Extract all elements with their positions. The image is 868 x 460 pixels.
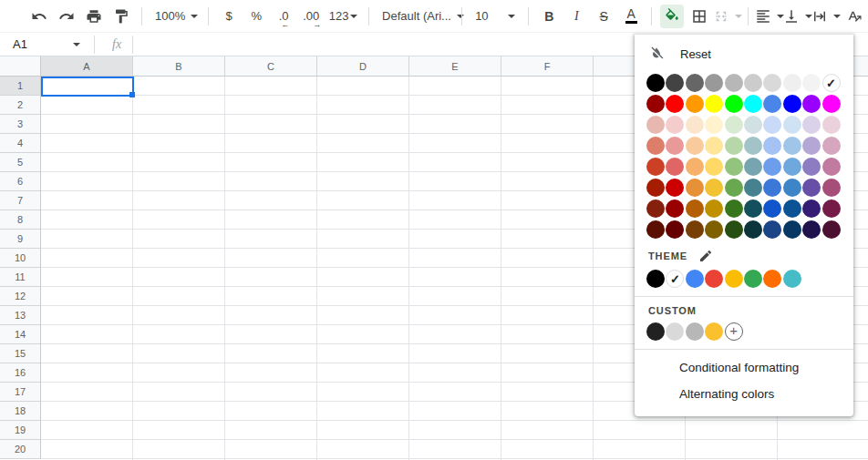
color-swatch[interactable] bbox=[686, 95, 704, 113]
color-swatch[interactable] bbox=[646, 95, 665, 113]
color-swatch[interactable] bbox=[822, 95, 841, 113]
color-swatch[interactable] bbox=[763, 74, 781, 92]
color-swatch[interactable] bbox=[666, 158, 684, 176]
color-swatch[interactable]: ✓ bbox=[822, 74, 841, 92]
color-swatch[interactable] bbox=[666, 322, 684, 341]
color-swatch[interactable] bbox=[763, 137, 781, 155]
color-swatch[interactable] bbox=[744, 137, 762, 155]
font-size-dropdown[interactable]: 10 bbox=[470, 5, 520, 28]
color-swatch[interactable] bbox=[705, 322, 723, 341]
print-button[interactable] bbox=[82, 5, 106, 28]
color-swatch[interactable] bbox=[763, 179, 781, 197]
color-swatch[interactable] bbox=[646, 220, 665, 239]
row-header-9[interactable]: 9 bbox=[0, 230, 41, 249]
color-swatch[interactable] bbox=[744, 74, 762, 92]
row-header-4[interactable]: 4 bbox=[0, 134, 41, 153]
row-header-3[interactable]: 3 bbox=[0, 115, 41, 134]
borders-button[interactable] bbox=[687, 5, 711, 28]
color-swatch[interactable] bbox=[822, 199, 841, 218]
color-swatch[interactable] bbox=[763, 220, 781, 239]
color-swatch[interactable] bbox=[725, 74, 743, 92]
color-swatch[interactable] bbox=[822, 116, 841, 134]
zoom-dropdown[interactable]: 100% bbox=[150, 5, 200, 28]
color-swatch[interactable] bbox=[783, 116, 801, 134]
row-header-15[interactable]: 15 bbox=[0, 344, 41, 363]
color-swatch[interactable] bbox=[705, 179, 723, 197]
row-header-1[interactable]: 1 bbox=[0, 77, 41, 96]
fill-color-button[interactable] bbox=[660, 5, 684, 28]
color-swatch[interactable] bbox=[646, 179, 665, 197]
color-swatch[interactable] bbox=[646, 74, 665, 92]
column-header-E[interactable]: E bbox=[409, 56, 501, 77]
column-header-F[interactable]: F bbox=[501, 56, 594, 77]
color-swatch[interactable] bbox=[705, 270, 723, 288]
bold-button[interactable]: B bbox=[537, 5, 561, 28]
decrease-decimal-button[interactable]: .0 ← bbox=[272, 5, 295, 28]
row-header-8[interactable]: 8 bbox=[0, 210, 41, 230]
color-swatch[interactable] bbox=[802, 137, 821, 155]
color-swatch[interactable] bbox=[802, 74, 821, 92]
row-header-5[interactable]: 5 bbox=[0, 153, 41, 172]
color-swatch[interactable] bbox=[802, 95, 821, 113]
strikethrough-button[interactable]: S bbox=[592, 5, 615, 28]
format-currency-button[interactable]: $ bbox=[217, 5, 241, 28]
reset-fill-option[interactable]: Reset bbox=[635, 40, 853, 67]
color-swatch[interactable] bbox=[705, 95, 723, 113]
redo-button[interactable] bbox=[55, 5, 78, 28]
color-swatch[interactable] bbox=[666, 95, 684, 113]
color-swatch[interactable] bbox=[646, 270, 665, 288]
color-swatch[interactable] bbox=[744, 199, 762, 218]
color-swatch[interactable] bbox=[666, 74, 684, 92]
color-swatch[interactable] bbox=[802, 116, 821, 134]
column-header-A[interactable]: A bbox=[41, 56, 133, 77]
color-swatch[interactable] bbox=[646, 158, 665, 176]
color-swatch[interactable] bbox=[666, 116, 684, 134]
font-dropdown[interactable]: Default (Ari... bbox=[377, 5, 453, 28]
color-swatch[interactable] bbox=[666, 179, 684, 197]
color-swatch[interactable] bbox=[686, 116, 704, 134]
edit-pencil-icon[interactable] bbox=[698, 249, 713, 263]
color-swatch[interactable] bbox=[725, 95, 743, 113]
column-header-B[interactable]: B bbox=[133, 56, 225, 77]
color-swatch[interactable] bbox=[744, 95, 762, 113]
color-swatch[interactable] bbox=[666, 137, 684, 155]
color-swatch[interactable] bbox=[686, 322, 704, 341]
color-swatch[interactable] bbox=[686, 199, 704, 218]
color-swatch[interactable] bbox=[686, 137, 704, 155]
menu-item-alternating-colors[interactable]: Alternating colors bbox=[635, 381, 853, 407]
color-swatch[interactable] bbox=[705, 74, 723, 92]
text-wrap-dropdown[interactable] bbox=[814, 5, 839, 28]
color-swatch[interactable] bbox=[802, 220, 821, 239]
color-swatch[interactable] bbox=[686, 158, 704, 176]
select-all-corner[interactable] bbox=[0, 56, 41, 77]
color-swatch[interactable] bbox=[744, 179, 762, 197]
row-header-13[interactable]: 13 bbox=[0, 306, 41, 325]
column-header-D[interactable]: D bbox=[317, 56, 409, 77]
text-rotation-button[interactable] bbox=[842, 5, 866, 28]
row-header-12[interactable]: 12 bbox=[0, 287, 41, 306]
row-header-14[interactable]: 14 bbox=[0, 325, 41, 344]
color-swatch[interactable] bbox=[744, 270, 762, 288]
vertical-align-dropdown[interactable] bbox=[786, 5, 811, 28]
color-swatch[interactable] bbox=[763, 95, 781, 113]
color-swatch[interactable] bbox=[783, 199, 801, 218]
row-header-2[interactable]: 2 bbox=[0, 96, 41, 115]
more-formats-dropdown[interactable]: 123 bbox=[326, 5, 360, 28]
undo-button[interactable] bbox=[27, 5, 51, 28]
color-swatch[interactable] bbox=[822, 158, 841, 176]
color-swatch[interactable] bbox=[725, 116, 743, 134]
color-swatch[interactable] bbox=[686, 179, 704, 197]
color-swatch[interactable] bbox=[763, 199, 781, 218]
row-header-10[interactable]: 10 bbox=[0, 249, 41, 268]
color-swatch[interactable] bbox=[725, 220, 743, 239]
menu-item-conditional-formatting[interactable]: Conditional formatting bbox=[635, 354, 853, 381]
row-header-20[interactable]: 20 bbox=[0, 440, 41, 459]
row-header-18[interactable]: 18 bbox=[0, 402, 41, 421]
color-swatch[interactable] bbox=[744, 116, 762, 134]
color-swatch[interactable] bbox=[783, 179, 801, 197]
row-header-16[interactable]: 16 bbox=[0, 363, 41, 383]
color-swatch[interactable] bbox=[744, 158, 762, 176]
color-swatch[interactable] bbox=[783, 220, 801, 239]
color-swatch[interactable] bbox=[686, 270, 704, 288]
color-swatch[interactable] bbox=[822, 220, 841, 239]
